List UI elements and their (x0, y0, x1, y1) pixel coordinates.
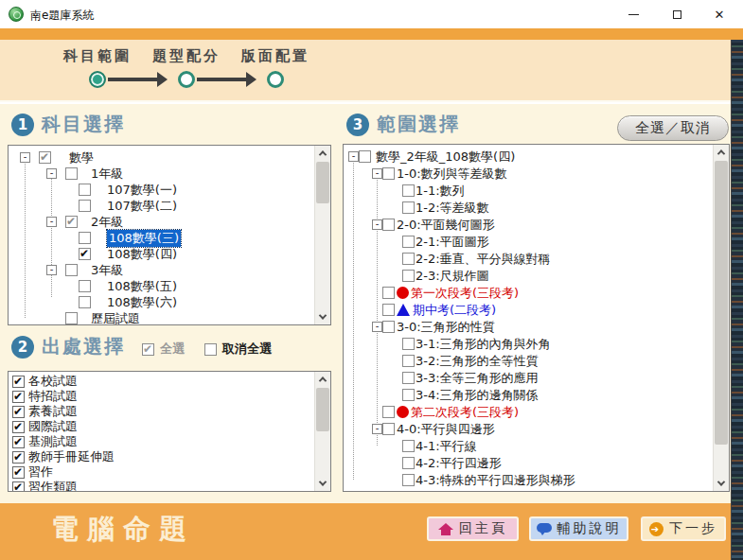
scrollbar-thumb[interactable] (316, 388, 329, 431)
tree-expander[interactable]: - (20, 152, 30, 163)
checkbox[interactable] (12, 376, 25, 388)
tree-node-content[interactable]: 108數學(三) (107, 230, 181, 246)
checkbox[interactable] (79, 232, 91, 244)
checkbox[interactable] (402, 372, 415, 384)
checkbox[interactable] (402, 236, 415, 248)
tree-node-label[interactable]: 3-1:三角形的內角與外角 (416, 336, 551, 353)
checkbox[interactable] (79, 280, 91, 292)
close-button[interactable]: ✕ (699, 0, 740, 28)
select-all-checkbox[interactable]: 全選 (142, 341, 185, 358)
tree-node-content[interactable]: 108數學(六) (107, 294, 177, 310)
checkbox[interactable] (12, 421, 25, 433)
tree-node-content[interactable]: 3-0:三角形的性質 (397, 319, 495, 335)
list-item[interactable]: 各校試題 (9, 374, 313, 389)
tree-node-label[interactable]: 108數學(三) (107, 230, 181, 247)
scroll-down-button[interactable] (714, 476, 729, 491)
checkbox[interactable] (382, 167, 395, 180)
scrollbar-thumb[interactable] (715, 161, 728, 445)
tree-node-content[interactable]: 第一次段考(三段考) (397, 285, 519, 301)
checkbox[interactable] (79, 248, 91, 260)
tree-node-content[interactable]: 4-1:平行線 (416, 438, 477, 454)
tree-node-content[interactable]: 3-4:三角形的邊角關係 (416, 387, 539, 403)
tree-node-label[interactable]: 3-0:三角形的性質 (397, 319, 495, 336)
tree-expander[interactable]: - (46, 168, 57, 179)
checkbox[interactable] (12, 466, 25, 479)
tree-node-label[interactable]: 歷屆試題 (91, 310, 140, 326)
tree-node-label[interactable]: 107數學(二) (107, 198, 177, 215)
maximize-button[interactable] (656, 0, 698, 28)
tree-node-content[interactable]: 1-0:數列與等差級數 (397, 166, 507, 182)
list-item[interactable]: 教師手冊延伸題 (9, 449, 313, 464)
list-item[interactable]: 素養試題 (9, 404, 313, 419)
tree-node-content[interactable]: 4-3:特殊的平行四邊形與梯形 (416, 472, 575, 488)
checkbox[interactable] (402, 355, 415, 367)
checkbox[interactable] (402, 440, 415, 452)
tree-node-content[interactable]: 歷屆試題 (91, 310, 140, 325)
tree-node-label[interactable]: 4-1:平行線 (416, 438, 477, 455)
tree-node-content[interactable]: 1-1:數列 (416, 183, 465, 199)
tree-node-label[interactable]: 3年級 (91, 262, 123, 279)
tree-node-content[interactable]: 3-3:全等三角形的應用 (416, 370, 539, 386)
tree-expander[interactable]: - (372, 322, 382, 332)
tree-node-content[interactable]: 108數學(四) (107, 246, 177, 262)
tree-node-content[interactable]: 4-0:平行與四邊形 (397, 421, 495, 437)
step-label-subject-range[interactable]: 科目範圍 (52, 47, 143, 65)
scroll-down-button[interactable] (315, 309, 330, 324)
tree-node-label[interactable]: 1-0:數列與等差級數 (397, 166, 507, 183)
step-dot-3[interactable] (267, 71, 284, 88)
tree-node-content[interactable]: 2-1:平面圖形 (416, 234, 489, 250)
tree-node-label[interactable]: 108數學(五) (107, 278, 177, 295)
tree-node-label[interactable]: 第二次段考(三段考) (411, 404, 519, 421)
checkbox[interactable] (402, 338, 415, 350)
checkbox[interactable] (79, 296, 91, 308)
checkbox[interactable] (382, 219, 395, 231)
list-item[interactable]: 特招試題 (9, 389, 313, 404)
checkbox[interactable] (12, 451, 25, 464)
tree-node-content[interactable]: 3年級 (91, 262, 123, 278)
tree-node-content[interactable]: 2-2:垂直、平分與線對稱 (416, 251, 551, 267)
checkbox[interactable] (39, 151, 51, 164)
tree-node-label[interactable]: 4-3:特殊的平行四邊形與梯形 (416, 472, 575, 489)
checkbox[interactable] (65, 216, 78, 228)
tree-node-content[interactable]: 107數學(一) (107, 182, 177, 198)
list-item[interactable]: 基測試題 (9, 434, 313, 449)
tree-node-label[interactable]: 107數學(一) (107, 182, 177, 199)
checkbox[interactable] (402, 201, 415, 214)
tree-node-label[interactable]: 3-3:全等三角形的應用 (416, 370, 539, 387)
checkbox[interactable] (402, 389, 415, 401)
next-step-button[interactable]: ➔ 下一步 (641, 516, 726, 541)
tree-node-content[interactable]: 2-3:尺規作圖 (416, 268, 489, 284)
tree-expander[interactable]: - (372, 168, 382, 179)
tree-expander[interactable]: - (46, 265, 57, 275)
scroll-up-button[interactable] (714, 145, 729, 160)
scroll-up-button[interactable] (315, 146, 330, 161)
checkbox[interactable] (402, 457, 415, 469)
step-dot-2[interactable] (178, 71, 195, 88)
tree-node-label[interactable]: 1-1:數列 (416, 183, 465, 200)
tree-node-label[interactable]: 108數學(四) (107, 246, 177, 263)
range-tree-scrollbar[interactable] (713, 145, 729, 491)
checkbox[interactable] (402, 253, 415, 265)
checkbox[interactable] (359, 150, 371, 163)
checkbox[interactable] (382, 321, 395, 333)
checkbox[interactable] (382, 423, 395, 435)
tree-node-label[interactable]: 2-3:尺規作圖 (416, 268, 489, 285)
checkbox[interactable] (382, 304, 395, 316)
checkbox[interactable] (402, 184, 415, 197)
tree-node-content[interactable]: 1年級 (91, 166, 123, 182)
tree-node-content[interactable]: 108數學(五) (107, 278, 177, 294)
scroll-up-button[interactable] (315, 372, 330, 387)
tree-node-content[interactable]: 1-2:等差級數 (416, 200, 489, 216)
step-dot-1[interactable] (89, 71, 106, 88)
checkbox[interactable] (382, 287, 395, 299)
tree-node-content[interactable]: 期中考(二段考) (397, 302, 496, 318)
select-toggle-button[interactable]: 全選／取消 (617, 115, 729, 141)
list-item[interactable]: 習作 (9, 464, 313, 480)
deselect-all-checkbox[interactable]: 取消全選 (204, 341, 272, 358)
tree-node-label[interactable]: 數學 (69, 149, 94, 166)
home-button[interactable]: 回主頁 (427, 516, 519, 541)
tree-node-label[interactable]: 2年級 (91, 214, 123, 231)
tree-node-content[interactable]: 2-0:平面幾何圖形 (397, 217, 495, 233)
step-label-question-allocation[interactable]: 題型配分 (141, 47, 232, 65)
tree-node-label[interactable]: 1-2:等差級數 (416, 200, 489, 217)
